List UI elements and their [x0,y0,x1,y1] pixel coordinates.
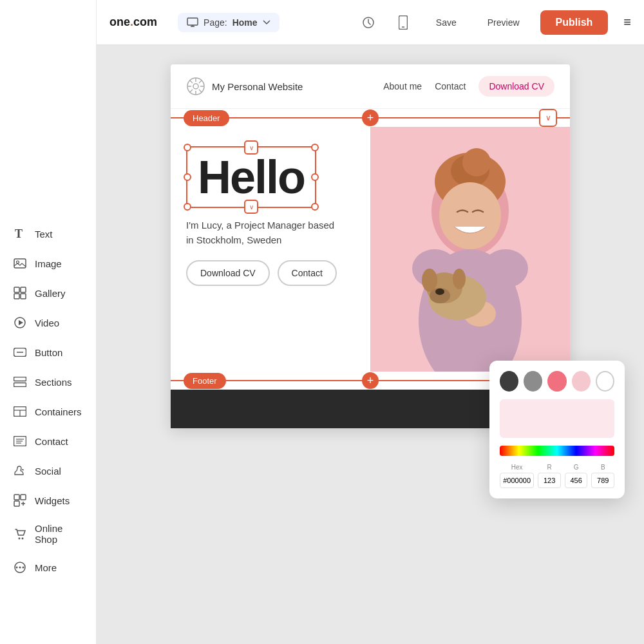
sidebar-item-button[interactable]: Button [0,337,96,367]
r-label: R [538,464,561,471]
svg-point-30 [23,567,24,569]
swatch-gray[interactable] [524,371,542,392]
sections-icon [13,375,27,389]
hex-label: Hex [500,464,534,471]
svg-marker-8 [19,320,23,325]
svg-point-60 [422,269,437,292]
svg-line-45 [199,80,202,83]
history-button[interactable] [356,10,381,35]
hex-input-group: Hex [500,464,534,488]
widgets-icon [13,493,27,507]
color-spectrum[interactable] [500,446,614,456]
sidebar-item-social[interactable]: Social [0,456,96,486]
footer-add-button[interactable]: + [362,372,379,389]
sidebar-label-image: Image [35,258,62,269]
nav-cta-cv[interactable]: Download CV [478,76,554,97]
sidebar-item-more[interactable]: More [0,553,96,582]
handle-br[interactable] [311,203,319,211]
download-cv-button[interactable]: Download CV [186,260,270,286]
image-icon [13,256,27,270]
toolbar: one.com Page: Home [97,0,644,45]
svg-rect-6 [21,294,26,299]
footer-label[interactable]: Footer [184,373,226,389]
svg-rect-11 [14,377,26,381]
more-icon [13,560,27,574]
svg-line-46 [190,90,193,92]
svg-rect-21 [21,495,26,500]
sidebar-label-gallery: Gallery [35,288,66,299]
color-inputs: Hex R G B [500,464,614,488]
save-button[interactable]: Save [426,12,467,33]
brand-logo: one.com [109,15,157,29]
color-preview [500,399,614,438]
svg-point-54 [483,249,528,288]
sidebar-item-gallery[interactable]: Gallery [0,278,96,308]
svg-point-38 [193,84,198,89]
b-label: B [591,464,614,471]
swatch-white[interactable] [596,371,614,392]
handle-chevron-top[interactable]: ∨ [244,140,258,155]
g-input[interactable] [565,473,588,488]
svg-rect-20 [14,495,19,500]
site-logo-icon [186,77,205,96]
contact-button[interactable]: Contact [278,260,337,286]
swatch-dark[interactable] [500,371,518,392]
handle-bl[interactable] [184,203,191,211]
sidebar-item-containers[interactable]: Containers [0,397,96,426]
online-shop-icon [13,527,27,541]
svg-point-2 [17,261,19,263]
text-icon: T [13,227,27,241]
sidebar-label-sections: Sections [35,377,72,388]
site-nav-links: About me Contact Download CV [383,76,554,97]
svg-rect-5 [14,294,19,299]
svg-point-59 [435,289,444,295]
publish-button[interactable]: Publish [540,10,609,35]
b-input[interactable] [591,473,614,488]
hero-buttons: Download CV Contact [186,260,355,286]
sidebar-label-contact: Contact [35,436,68,447]
handle-chevron-bottom[interactable]: ∨ [244,200,258,214]
swatch-pink-light[interactable] [572,371,591,392]
handle-tl[interactable] [184,144,191,151]
header-label[interactable]: Header [184,110,229,126]
sidebar-label-video: Video [35,317,59,328]
containers-icon [13,404,27,419]
svg-text:T: T [15,227,23,240]
sidebar-item-contact[interactable]: Contact [0,426,96,456]
hello-text-box[interactable]: ∨ ∨ Hello [186,146,316,208]
sidebar-label-online-shop: Online Shop [35,523,83,545]
svg-rect-22 [14,501,19,506]
sidebar-item-text[interactable]: T Text [0,219,96,249]
sidebar-item-video[interactable]: Video [0,308,96,337]
hello-text: Hello [198,154,305,200]
r-input[interactable] [538,473,561,488]
hex-input[interactable] [500,473,534,488]
header-add-button[interactable]: + [362,109,379,126]
hamburger-menu[interactable]: ≡ [623,15,631,30]
preview-button[interactable]: Preview [477,12,530,33]
sidebar-item-online-shop[interactable]: Online Shop [0,515,96,553]
handle-tr[interactable] [311,144,319,151]
nav-link-contact[interactable]: Contact [435,81,466,91]
handle-ml[interactable] [184,173,191,181]
color-picker: Hex R G B [489,361,625,498]
main-area: one.com Page: Home [97,0,644,644]
gallery-icon [13,286,27,300]
nav-link-about[interactable]: About me [383,81,422,91]
sidebar-item-sections[interactable]: Sections [0,367,96,397]
page-selector[interactable]: Page: Home [178,13,279,32]
sidebar-item-image[interactable]: Image [0,249,96,278]
r-input-group: R [538,464,561,488]
svg-point-25 [19,538,21,540]
header-chevron[interactable]: ∨ [539,109,557,127]
mobile-icon [399,15,408,30]
social-icon [13,464,27,478]
sidebar-item-widgets[interactable]: Widgets [0,486,96,515]
sidebar: T Text Image Gallery [0,0,97,644]
handle-mr[interactable] [311,173,319,181]
swatch-pink[interactable] [547,371,566,392]
svg-rect-12 [14,383,26,387]
mobile-view-button[interactable] [391,10,415,35]
svg-rect-1 [14,259,26,268]
svg-rect-4 [21,287,26,292]
